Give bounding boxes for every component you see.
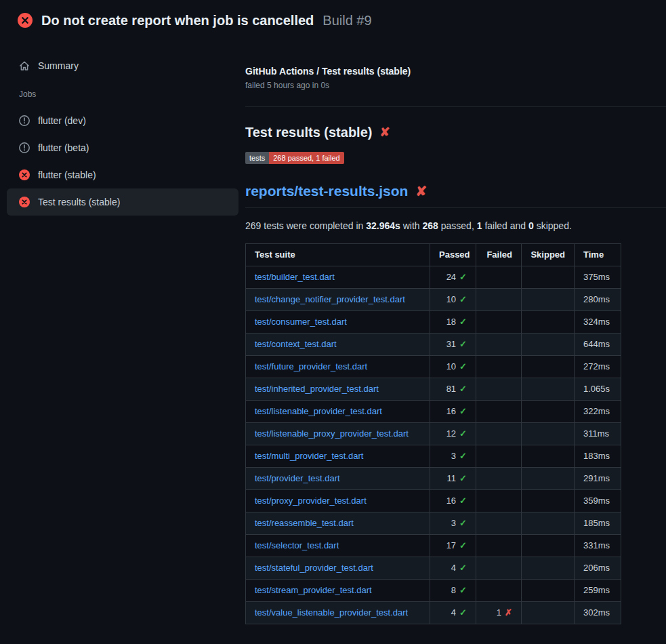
failed-cell (476, 311, 522, 334)
test-suite-link[interactable]: test/consumer_test.dart (255, 317, 347, 327)
status-failed-icon (19, 169, 30, 180)
suite-cell: test/consumer_test.dart (246, 311, 430, 334)
report-file-link[interactable]: reports/test-results.json (245, 182, 408, 201)
passed-count: 24 (446, 272, 456, 282)
header-divider (245, 106, 666, 107)
failed-cell: 1✗ (476, 602, 522, 624)
sidebar: Summary Jobs flutter (dev)flutter (beta)… (0, 41, 245, 216)
sidebar-item-summary[interactable]: Summary (7, 53, 238, 79)
suite-cell: test/change_notifier_provider_test.dart (246, 289, 430, 311)
summary-passed: 268 (423, 220, 438, 231)
column-header-passed: Passed (430, 244, 476, 266)
breadcrumb: GitHub Actions / Test results (stable) (245, 65, 666, 77)
passed-cell: 31✓ (430, 334, 476, 356)
sidebar-job-flutter-dev[interactable]: flutter (dev) (7, 107, 238, 134)
check-icon: ✓ (459, 496, 467, 506)
column-header-test-suite: Test suite (246, 244, 430, 266)
passed-cell: 81✓ (430, 378, 476, 401)
passed-cell: 4✓ (430, 557, 476, 580)
test-suite-link[interactable]: test/inherited_provider_test.dart (255, 384, 379, 394)
failed-cell (476, 445, 522, 468)
passed-cell: 16✓ (430, 490, 476, 512)
passed-count: 8 (451, 585, 456, 595)
summary-label: Summary (38, 60, 79, 71)
time-cell: 206ms (575, 557, 621, 580)
suite-cell: test/stateful_provider_test.dart (246, 557, 430, 580)
test-suite-link[interactable]: test/context_test.dart (255, 339, 337, 349)
table-row: test/listenable_proxy_provider_test.dart… (246, 423, 621, 445)
test-suite-link[interactable]: test/reassemble_test.dart (255, 518, 354, 528)
skipped-cell (522, 490, 575, 512)
test-suite-link[interactable]: test/selector_test.dart (255, 540, 339, 550)
skipped-cell (522, 401, 575, 423)
x-icon: ✗ (505, 607, 512, 618)
suite-cell: test/listenable_provider_test.dart (246, 401, 430, 423)
check-icon: ✓ (459, 428, 467, 439)
table-row: test/provider_test.dart11✓291ms (246, 468, 621, 490)
status-cancelled-icon (19, 142, 30, 153)
test-suite-link[interactable]: test/future_provider_test.dart (255, 361, 367, 371)
test-suite-link[interactable]: test/value_listenable_provider_test.dart (255, 607, 408, 618)
time-cell: 359ms (575, 490, 621, 512)
test-suite-link[interactable]: test/proxy_provider_test.dart (255, 496, 367, 506)
time-cell: 322ms (575, 401, 621, 423)
check-icon: ✓ (459, 406, 467, 416)
suite-cell: test/listenable_proxy_provider_test.dart (246, 423, 430, 445)
status-cancelled-icon (19, 115, 30, 126)
suite-cell: test/stream_provider_test.dart (246, 580, 430, 602)
passed-cell: 10✓ (430, 356, 476, 378)
skipped-cell (522, 468, 575, 490)
sidebar-job-flutter-beta[interactable]: flutter (beta) (7, 134, 238, 161)
summary-text: with (400, 220, 423, 231)
test-suite-link[interactable]: test/change_notifier_provider_test.dart (255, 294, 405, 304)
failed-cell (476, 423, 522, 445)
suite-cell: test/provider_test.dart (246, 468, 430, 490)
job-label: flutter (beta) (38, 142, 89, 153)
test-suite-link[interactable]: test/stateful_provider_test.dart (255, 563, 373, 573)
test-suite-link[interactable]: test/builder_test.dart (255, 272, 335, 282)
table-row: test/context_test.dart31✓644ms (246, 334, 621, 356)
jobs-list: flutter (dev)flutter (beta)flutter (stab… (7, 107, 238, 216)
check-icon: ✓ (459, 384, 467, 394)
test-suite-link[interactable]: test/multi_provider_test.dart (255, 451, 363, 461)
suite-cell: test/proxy_provider_test.dart (246, 490, 430, 512)
table-row: test/future_provider_test.dart10✓272ms (246, 356, 621, 378)
skipped-cell (522, 423, 575, 445)
table-row: test/stateful_provider_test.dart4✓206ms (246, 557, 621, 580)
section-title: Test results (stable) (245, 123, 372, 141)
column-header-failed: Failed (476, 244, 522, 266)
passed-cell: 11✓ (430, 468, 476, 490)
test-suite-link[interactable]: test/stream_provider_test.dart (255, 585, 372, 595)
table-row: test/selector_test.dart17✓331ms (246, 535, 621, 557)
failed-cell (476, 356, 522, 378)
test-suite-link[interactable]: test/listenable_provider_test.dart (255, 406, 382, 416)
sidebar-job-test-results-stable[interactable]: Test results (stable) (7, 188, 238, 216)
time-cell: 331ms (575, 535, 621, 557)
skipped-cell (522, 445, 575, 468)
passed-cell: 16✓ (430, 401, 476, 423)
summary-skipped: 0 (528, 220, 534, 231)
table-row: test/proxy_provider_test.dart16✓359ms (246, 490, 621, 512)
red-x-icon: ✘ (379, 126, 390, 138)
summary-sentence: 269 tests were completed in 32.964s with… (245, 219, 666, 233)
time-cell: 280ms (575, 289, 621, 311)
suite-cell: test/reassemble_test.dart (246, 512, 430, 535)
passed-count: 81 (446, 384, 456, 394)
jobs-heading: Jobs (7, 89, 238, 99)
passed-count: 10 (446, 294, 456, 304)
passed-cell: 12✓ (430, 423, 476, 445)
test-suite-link[interactable]: test/provider_test.dart (255, 473, 340, 483)
badge-label: tests (245, 152, 269, 164)
table-row: test/multi_provider_test.dart3✓183ms (246, 445, 621, 468)
skipped-cell (522, 334, 575, 356)
check-icon: ✓ (459, 451, 467, 461)
passed-cell: 3✓ (430, 512, 476, 535)
passed-count: 31 (446, 339, 456, 349)
passed-cell: 8✓ (430, 580, 476, 602)
sidebar-job-flutter-stable[interactable]: flutter (stable) (7, 161, 238, 188)
table-row: test/reassemble_test.dart3✓185ms (246, 512, 621, 535)
passed-cell: 10✓ (430, 289, 476, 311)
test-suite-link[interactable]: test/listenable_proxy_provider_test.dart (255, 428, 409, 439)
job-label: flutter (stable) (38, 169, 96, 180)
time-cell: 183ms (575, 445, 621, 468)
